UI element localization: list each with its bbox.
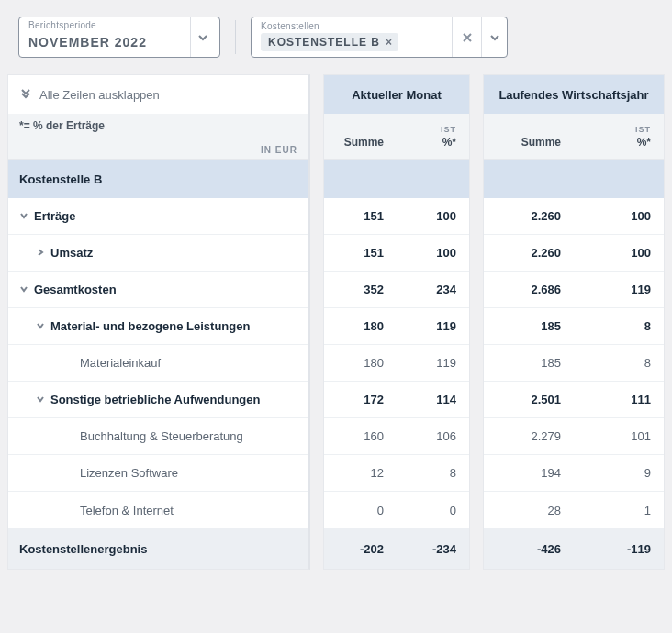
chevron-down-icon[interactable] [481, 17, 507, 57]
table-row[interactable]: Erträge [8, 198, 308, 235]
expand-all-label: Alle Zeilen ausklappen [39, 88, 160, 102]
chevron-down-icon [19, 283, 28, 296]
row-label: Erträge [34, 209, 76, 223]
cell-pct: 100 [574, 235, 664, 271]
row-label: Sonstige betriebliche Aufwendungen [50, 393, 260, 406]
expand-all-button[interactable]: Alle Zeilen ausklappen [8, 75, 308, 114]
chip-remove-icon[interactable]: × [386, 36, 393, 49]
table-row: 151 100 [324, 235, 469, 272]
row-label: Materialeinkauf [80, 356, 161, 370]
chevron-down-icon [36, 319, 45, 333]
row-label: Gesamtkosten [34, 283, 117, 296]
cell-sum: 2.279 [484, 418, 574, 454]
cell-pct: 8 [574, 345, 664, 381]
currency-unit: IN EUR [261, 145, 297, 155]
cell-sum: 160 [324, 418, 397, 454]
table-row: 352 234 [324, 272, 469, 308]
label-column: Alle Zeilen ausklappen *= % der Erträge … [7, 74, 310, 570]
row-label: Buchhaltung & Steuerberatung [80, 429, 243, 443]
period-value: NOVEMBER 2022 [28, 35, 147, 50]
col-header-sum: Summe [521, 136, 561, 149]
table-row: Lizenzen Software [8, 455, 308, 492]
cell-sum: 352 [324, 272, 397, 307]
table-row: 2.260 100 [484, 198, 664, 235]
cell-pct: 119 [397, 308, 469, 344]
year-heading: Laufendes Wirtschaftsjahr [484, 75, 664, 114]
clear-icon[interactable] [452, 17, 481, 57]
period-label: Berichtsperiode [28, 20, 96, 30]
cell-sum: 28 [484, 492, 574, 528]
cell-pct: 8 [397, 455, 469, 491]
table-row: 2.260 100 [484, 235, 664, 272]
cell-pct: 111 [574, 382, 664, 417]
month-total-pct: -234 [397, 528, 469, 569]
cell-sum: 2.260 [484, 235, 574, 271]
table-row: Telefon & Internet [8, 492, 308, 528]
costcenter-select[interactable]: Kostenstellen KOSTENSTELLE B × [251, 17, 508, 58]
table-row: 172 114 [324, 382, 469, 418]
col-header-pct: %* [442, 136, 456, 149]
row-label: Material- und bezogene Leistungen [50, 319, 250, 333]
cell-pct: 100 [397, 198, 469, 234]
table-row: 2.686 119 [484, 272, 664, 308]
cell-pct: 114 [397, 382, 469, 417]
cell-sum: 0 [324, 492, 397, 528]
cell-sum: 2.686 [484, 272, 574, 307]
cell-sum: 2.501 [484, 382, 574, 417]
cell-pct: 101 [574, 418, 664, 454]
col-header-ist: IST [635, 125, 651, 134]
cell-pct: 234 [397, 272, 469, 307]
cell-sum: 151 [324, 198, 397, 234]
table-row: 12 8 [324, 455, 469, 492]
chevron-down-icon [36, 393, 45, 406]
table-row: Materialeinkauf [8, 345, 308, 382]
double-chevron-down-icon [19, 87, 32, 103]
chevron-right-icon [36, 246, 45, 260]
row-label: Lizenzen Software [80, 466, 178, 480]
table-row: 0 0 [324, 492, 469, 528]
cell-sum: 185 [484, 308, 574, 344]
filter-bar: Berichtsperiode NOVEMBER 2022 Kostenstel… [0, 0, 672, 74]
cell-sum: 180 [324, 345, 397, 381]
table-row: 151 100 [324, 198, 469, 235]
table-row: 160 106 [324, 418, 469, 455]
cell-pct: 9 [574, 455, 664, 491]
table-row: 180 119 [324, 308, 469, 345]
table-row[interactable]: Material- und bezogene Leistungen [8, 308, 308, 345]
row-label: Umsatz [50, 246, 93, 260]
year-total-pct: -119 [574, 528, 664, 569]
table-row: 180 119 [324, 345, 469, 382]
pct-note: *= % der Erträge [19, 119, 297, 132]
period-select[interactable]: Berichtsperiode NOVEMBER 2022 [18, 17, 220, 58]
cell-pct: 100 [574, 198, 664, 234]
costcenter-heading: Kostenstelle B [8, 160, 308, 198]
table-row: 2.501 111 [484, 382, 664, 418]
cell-sum: 180 [324, 308, 397, 344]
cell-pct: 119 [574, 272, 664, 307]
year-total-sum: -426 [484, 528, 574, 569]
divider [235, 20, 236, 54]
table-row[interactable]: Umsatz [8, 235, 308, 272]
table-row: 2.279 101 [484, 418, 664, 455]
cell-pct: 1 [574, 492, 664, 528]
year-column: Laufendes Wirtschaftsjahr Summe IST %* 2… [483, 74, 665, 570]
month-total: -202 -234 [324, 528, 469, 569]
cell-sum: 185 [484, 345, 574, 381]
chevron-down-icon [19, 209, 28, 223]
costcenter-label: Kostenstellen [261, 21, 442, 31]
costcenter-chip: KOSTENSTELLE B × [261, 33, 398, 51]
month-column: Aktueller Monat Summe IST %* 151 100 [323, 74, 470, 570]
year-total: -426 -119 [484, 528, 664, 569]
table-row: 185 8 [484, 345, 664, 382]
cell-pct: 100 [397, 235, 469, 271]
cell-pct: 119 [397, 345, 469, 381]
table-row[interactable]: Sonstige betriebliche Aufwendungen [8, 382, 308, 418]
chevron-down-icon[interactable] [190, 17, 214, 57]
report-table: Alle Zeilen ausklappen *= % der Erträge … [0, 74, 672, 575]
total-label: Kostenstellenergebnis [8, 528, 308, 569]
costcenter-chip-label: KOSTENSTELLE B [268, 36, 380, 49]
row-label: Telefon & Internet [80, 504, 174, 517]
cell-pct: 106 [397, 418, 469, 454]
table-row: 194 9 [484, 455, 664, 492]
table-row[interactable]: Gesamtkosten [8, 272, 308, 308]
